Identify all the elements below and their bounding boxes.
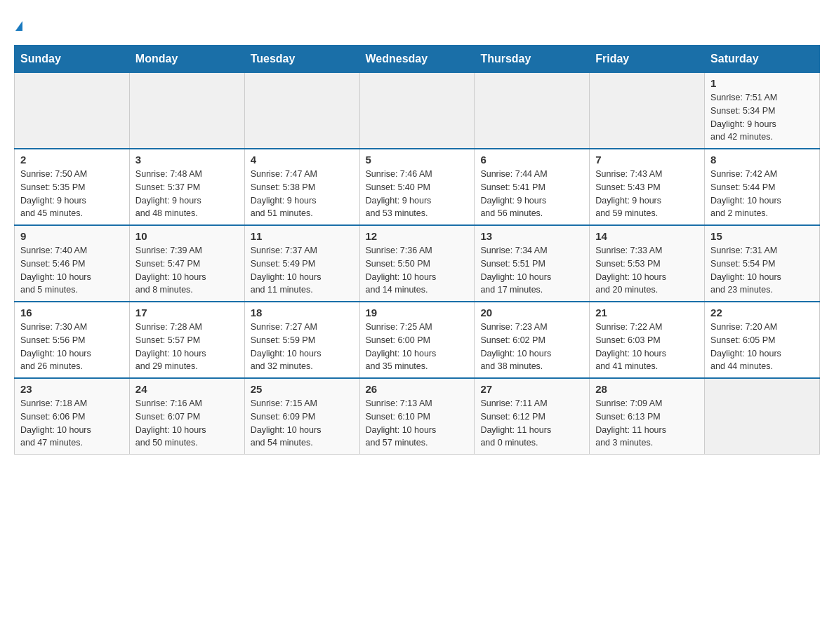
day-info: Sunrise: 7:42 AM Sunset: 5:44 PM Dayligh… bbox=[710, 168, 814, 220]
calendar-cell: 17Sunrise: 7:28 AM Sunset: 5:57 PM Dayli… bbox=[129, 302, 244, 378]
calendar-cell bbox=[15, 73, 130, 149]
calendar-week-row: 1Sunrise: 7:51 AM Sunset: 5:34 PM Daylig… bbox=[15, 73, 820, 149]
day-info: Sunrise: 7:51 AM Sunset: 5:34 PM Dayligh… bbox=[710, 91, 814, 144]
calendar-cell: 19Sunrise: 7:25 AM Sunset: 6:00 PM Dayli… bbox=[359, 302, 475, 378]
day-info: Sunrise: 7:43 AM Sunset: 5:43 PM Dayligh… bbox=[595, 168, 699, 220]
day-number: 15 bbox=[710, 230, 814, 242]
calendar-cell: 21Sunrise: 7:22 AM Sunset: 6:03 PM Dayli… bbox=[590, 302, 705, 378]
weekday-header-saturday: Saturday bbox=[705, 46, 820, 73]
day-number: 11 bbox=[251, 230, 354, 242]
weekday-header-sunday: Sunday bbox=[15, 46, 130, 73]
day-number: 2 bbox=[20, 154, 124, 166]
calendar-week-row: 9Sunrise: 7:40 AM Sunset: 5:46 PM Daylig… bbox=[15, 225, 820, 302]
day-number: 20 bbox=[480, 307, 583, 318]
day-number: 28 bbox=[595, 383, 699, 395]
day-info: Sunrise: 7:31 AM Sunset: 5:54 PM Dayligh… bbox=[710, 244, 814, 297]
calendar-week-row: 23Sunrise: 7:18 AM Sunset: 6:06 PM Dayli… bbox=[15, 378, 820, 455]
day-number: 21 bbox=[595, 307, 699, 318]
day-number: 10 bbox=[135, 230, 239, 242]
day-info: Sunrise: 7:48 AM Sunset: 5:37 PM Dayligh… bbox=[135, 168, 239, 220]
day-info: Sunrise: 7:40 AM Sunset: 5:46 PM Dayligh… bbox=[20, 244, 124, 297]
calendar-cell: 27Sunrise: 7:11 AM Sunset: 6:12 PM Dayli… bbox=[475, 378, 590, 455]
calendar-week-row: 16Sunrise: 7:30 AM Sunset: 5:56 PM Dayli… bbox=[15, 302, 820, 378]
calendar-cell bbox=[705, 378, 820, 455]
calendar-cell: 20Sunrise: 7:23 AM Sunset: 6:02 PM Dayli… bbox=[475, 302, 590, 378]
day-info: Sunrise: 7:23 AM Sunset: 6:02 PM Dayligh… bbox=[480, 321, 583, 373]
calendar-cell: 25Sunrise: 7:15 AM Sunset: 6:09 PM Dayli… bbox=[244, 378, 359, 455]
calendar-cell bbox=[244, 73, 359, 149]
calendar-week-row: 2Sunrise: 7:50 AM Sunset: 5:35 PM Daylig… bbox=[15, 149, 820, 225]
day-number: 9 bbox=[20, 230, 124, 242]
day-info: Sunrise: 7:36 AM Sunset: 5:50 PM Dayligh… bbox=[366, 244, 469, 297]
day-info: Sunrise: 7:50 AM Sunset: 5:35 PM Dayligh… bbox=[20, 168, 124, 220]
day-number: 14 bbox=[595, 230, 699, 242]
day-number: 23 bbox=[20, 383, 124, 395]
day-number: 26 bbox=[366, 383, 469, 395]
day-info: Sunrise: 7:30 AM Sunset: 5:56 PM Dayligh… bbox=[20, 321, 124, 373]
calendar-cell: 3Sunrise: 7:48 AM Sunset: 5:37 PM Daylig… bbox=[129, 149, 244, 225]
day-number: 3 bbox=[135, 154, 239, 166]
calendar-cell: 23Sunrise: 7:18 AM Sunset: 6:06 PM Dayli… bbox=[15, 378, 130, 455]
day-info: Sunrise: 7:47 AM Sunset: 5:38 PM Dayligh… bbox=[251, 168, 354, 220]
day-info: Sunrise: 7:28 AM Sunset: 5:57 PM Dayligh… bbox=[135, 321, 239, 373]
day-number: 12 bbox=[366, 230, 469, 242]
calendar-cell: 14Sunrise: 7:33 AM Sunset: 5:53 PM Dayli… bbox=[590, 225, 705, 302]
day-number: 8 bbox=[710, 154, 814, 166]
day-number: 5 bbox=[366, 154, 469, 166]
page-header bbox=[14, 14, 820, 34]
day-number: 27 bbox=[480, 383, 583, 395]
calendar-cell: 6Sunrise: 7:44 AM Sunset: 5:41 PM Daylig… bbox=[475, 149, 590, 225]
day-number: 25 bbox=[251, 383, 354, 395]
day-info: Sunrise: 7:44 AM Sunset: 5:41 PM Dayligh… bbox=[480, 168, 583, 220]
day-number: 6 bbox=[480, 154, 583, 166]
calendar-body: 1Sunrise: 7:51 AM Sunset: 5:34 PM Daylig… bbox=[15, 73, 820, 455]
day-info: Sunrise: 7:09 AM Sunset: 6:13 PM Dayligh… bbox=[595, 397, 699, 450]
calendar-cell: 11Sunrise: 7:37 AM Sunset: 5:49 PM Dayli… bbox=[244, 225, 359, 302]
calendar-cell: 1Sunrise: 7:51 AM Sunset: 5:34 PM Daylig… bbox=[705, 73, 820, 149]
logo-triangle-icon bbox=[15, 21, 22, 31]
calendar-cell: 7Sunrise: 7:43 AM Sunset: 5:43 PM Daylig… bbox=[590, 149, 705, 225]
logo-general-line bbox=[14, 14, 22, 34]
calendar-cell: 4Sunrise: 7:47 AM Sunset: 5:38 PM Daylig… bbox=[244, 149, 359, 225]
calendar-cell: 15Sunrise: 7:31 AM Sunset: 5:54 PM Dayli… bbox=[705, 225, 820, 302]
day-info: Sunrise: 7:46 AM Sunset: 5:40 PM Dayligh… bbox=[366, 168, 469, 220]
calendar-cell bbox=[475, 73, 590, 149]
day-info: Sunrise: 7:33 AM Sunset: 5:53 PM Dayligh… bbox=[595, 244, 699, 297]
day-number: 22 bbox=[710, 307, 814, 318]
weekday-header-monday: Monday bbox=[129, 46, 244, 73]
calendar-cell: 26Sunrise: 7:13 AM Sunset: 6:10 PM Dayli… bbox=[359, 378, 475, 455]
calendar-header: SundayMondayTuesdayWednesdayThursdayFrid… bbox=[15, 46, 820, 73]
day-number: 16 bbox=[20, 307, 124, 318]
day-number: 1 bbox=[710, 77, 814, 89]
calendar-cell bbox=[129, 73, 244, 149]
calendar-cell bbox=[359, 73, 475, 149]
calendar-cell: 18Sunrise: 7:27 AM Sunset: 5:59 PM Dayli… bbox=[244, 302, 359, 378]
weekday-header-thursday: Thursday bbox=[475, 46, 590, 73]
calendar-cell: 10Sunrise: 7:39 AM Sunset: 5:47 PM Dayli… bbox=[129, 225, 244, 302]
day-info: Sunrise: 7:27 AM Sunset: 5:59 PM Dayligh… bbox=[251, 321, 354, 373]
calendar-cell: 9Sunrise: 7:40 AM Sunset: 5:46 PM Daylig… bbox=[15, 225, 130, 302]
calendar-cell: 2Sunrise: 7:50 AM Sunset: 5:35 PM Daylig… bbox=[15, 149, 130, 225]
calendar-cell: 5Sunrise: 7:46 AM Sunset: 5:40 PM Daylig… bbox=[359, 149, 475, 225]
day-info: Sunrise: 7:11 AM Sunset: 6:12 PM Dayligh… bbox=[480, 397, 583, 450]
day-info: Sunrise: 7:34 AM Sunset: 5:51 PM Dayligh… bbox=[480, 244, 583, 297]
day-info: Sunrise: 7:37 AM Sunset: 5:49 PM Dayligh… bbox=[251, 244, 354, 297]
calendar-cell: 13Sunrise: 7:34 AM Sunset: 5:51 PM Dayli… bbox=[475, 225, 590, 302]
weekday-header-friday: Friday bbox=[590, 46, 705, 73]
weekday-header-tuesday: Tuesday bbox=[244, 46, 359, 73]
day-number: 18 bbox=[251, 307, 354, 318]
day-number: 4 bbox=[251, 154, 354, 166]
day-info: Sunrise: 7:20 AM Sunset: 6:05 PM Dayligh… bbox=[710, 321, 814, 373]
day-info: Sunrise: 7:16 AM Sunset: 6:07 PM Dayligh… bbox=[135, 397, 239, 450]
calendar-cell: 24Sunrise: 7:16 AM Sunset: 6:07 PM Dayli… bbox=[129, 378, 244, 455]
calendar-cell: 28Sunrise: 7:09 AM Sunset: 6:13 PM Dayli… bbox=[590, 378, 705, 455]
day-info: Sunrise: 7:22 AM Sunset: 6:03 PM Dayligh… bbox=[595, 321, 699, 373]
calendar-table: SundayMondayTuesdayWednesdayThursdayFrid… bbox=[14, 45, 820, 455]
day-number: 13 bbox=[480, 230, 583, 242]
day-info: Sunrise: 7:15 AM Sunset: 6:09 PM Dayligh… bbox=[251, 397, 354, 450]
day-number: 24 bbox=[135, 383, 239, 395]
calendar-cell bbox=[590, 73, 705, 149]
day-info: Sunrise: 7:13 AM Sunset: 6:10 PM Dayligh… bbox=[366, 397, 469, 450]
calendar-cell: 16Sunrise: 7:30 AM Sunset: 5:56 PM Dayli… bbox=[15, 302, 130, 378]
calendar-cell: 8Sunrise: 7:42 AM Sunset: 5:44 PM Daylig… bbox=[705, 149, 820, 225]
